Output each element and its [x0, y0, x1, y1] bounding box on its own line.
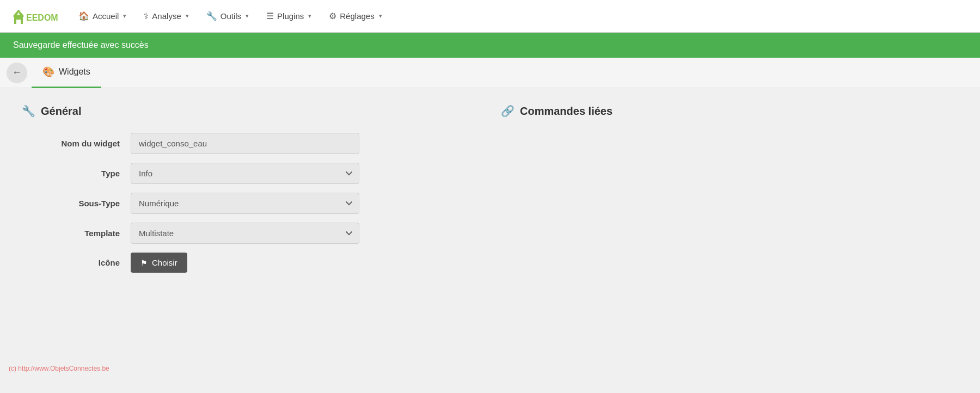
- type-wrap: Info Action: [131, 163, 359, 184]
- sous-type-label: Sous-Type: [22, 199, 131, 208]
- icone-wrap: ⚑ Choisir: [131, 253, 359, 273]
- tabs-bar: ← 🎨 Widgets: [0, 58, 980, 88]
- main-content: 🔧 Général Nom du widget Type Info Action…: [0, 88, 980, 360]
- widget-name-label: Nom du widget: [22, 139, 131, 148]
- chevron-down-icon: ▾: [123, 13, 126, 20]
- success-banner: Sauvegarde effectuée avec succès: [0, 33, 980, 58]
- sous-type-wrap: Numérique Binaire Autre: [131, 193, 359, 214]
- footer-text: (c) http://www.ObjetsConnectes.be: [9, 365, 109, 372]
- nav-item-accueil[interactable]: 🏠 Accueil ▾: [71, 7, 134, 26]
- nav-item-plugins[interactable]: ☰ Plugins ▾: [259, 7, 319, 26]
- nav-label-plugins: Plugins: [277, 11, 304, 21]
- footer: (c) http://www.ObjetsConnectes.be: [0, 360, 980, 377]
- linked-commands-section: 🔗 Commandes liées: [501, 105, 958, 344]
- chevron-down-icon-4: ▾: [308, 13, 311, 20]
- template-select[interactable]: Multistate Default: [131, 223, 359, 244]
- home-icon: 🏠: [78, 11, 89, 21]
- template-wrap: Multistate Default: [131, 223, 359, 244]
- choose-btn-label: Choisir: [152, 258, 177, 267]
- logo[interactable]: EEDOM: [9, 4, 58, 28]
- widget-tab-icon: 🎨: [42, 66, 54, 78]
- nav-label-reglages: Réglages: [340, 11, 374, 21]
- general-section: 🔧 Général Nom du widget Type Info Action…: [22, 105, 479, 344]
- widget-name-input[interactable]: [131, 133, 359, 154]
- svg-rect-2: [16, 20, 21, 24]
- nav-item-reglages[interactable]: ⚙ Réglages ▾: [321, 7, 389, 26]
- widget-name-wrap: [131, 133, 359, 154]
- linked-title-text: Commandes liées: [520, 105, 612, 118]
- plugins-icon: ☰: [266, 11, 274, 21]
- linked-section-title: 🔗 Commandes liées: [501, 105, 958, 118]
- form-row-type: Type Info Action: [22, 163, 479, 184]
- form-row-template: Template Multistate Default: [22, 223, 479, 244]
- success-message: Sauvegarde effectuée avec succès: [13, 40, 149, 50]
- flag-icon: ⚑: [140, 259, 148, 267]
- chevron-down-icon-2: ▾: [186, 13, 189, 20]
- chevron-down-icon-5: ▾: [379, 13, 382, 20]
- sous-type-select[interactable]: Numérique Binaire Autre: [131, 193, 359, 214]
- template-label: Template: [22, 229, 131, 238]
- nav-items: 🏠 Accueil ▾ ⚕ Analyse ▾ 🔧 Outils ▾ ☰ Plu…: [71, 7, 971, 26]
- nav-label-outils: Outils: [220, 11, 241, 21]
- navbar: EEDOM 🏠 Accueil ▾ ⚕ Analyse ▾ 🔧 Outils ▾…: [0, 0, 980, 33]
- tab-widgets[interactable]: 🎨 Widgets: [32, 57, 101, 88]
- type-select[interactable]: Info Action: [131, 163, 359, 184]
- choose-icon-button[interactable]: ⚑ Choisir: [131, 253, 187, 273]
- nav-label-accueil: Accueil: [93, 11, 119, 21]
- icone-label: Icône: [22, 258, 131, 267]
- nav-label-analyse: Analyse: [152, 11, 181, 21]
- nav-item-analyse[interactable]: ⚕ Analyse ▾: [136, 7, 196, 26]
- general-wrench-icon: 🔧: [22, 105, 35, 118]
- type-label: Type: [22, 169, 131, 178]
- general-title-text: Général: [41, 105, 81, 118]
- chevron-down-icon-3: ▾: [246, 13, 249, 20]
- form-row-icone: Icône ⚑ Choisir: [22, 253, 479, 273]
- link-icon: 🔗: [501, 105, 514, 118]
- analyse-icon: ⚕: [144, 11, 149, 21]
- general-section-title: 🔧 Général: [22, 105, 479, 118]
- gear-icon: ⚙: [329, 11, 336, 21]
- tab-widgets-label: Widgets: [59, 67, 90, 77]
- back-button[interactable]: ←: [7, 63, 27, 83]
- svg-text:EEDOM: EEDOM: [26, 13, 58, 22]
- nav-item-outils[interactable]: 🔧 Outils ▾: [199, 7, 256, 26]
- form-row-widget-name: Nom du widget: [22, 133, 479, 154]
- back-arrow-icon: ←: [12, 67, 22, 78]
- form-row-sous-type: Sous-Type Numérique Binaire Autre: [22, 193, 479, 214]
- wrench-icon: 🔧: [206, 11, 217, 21]
